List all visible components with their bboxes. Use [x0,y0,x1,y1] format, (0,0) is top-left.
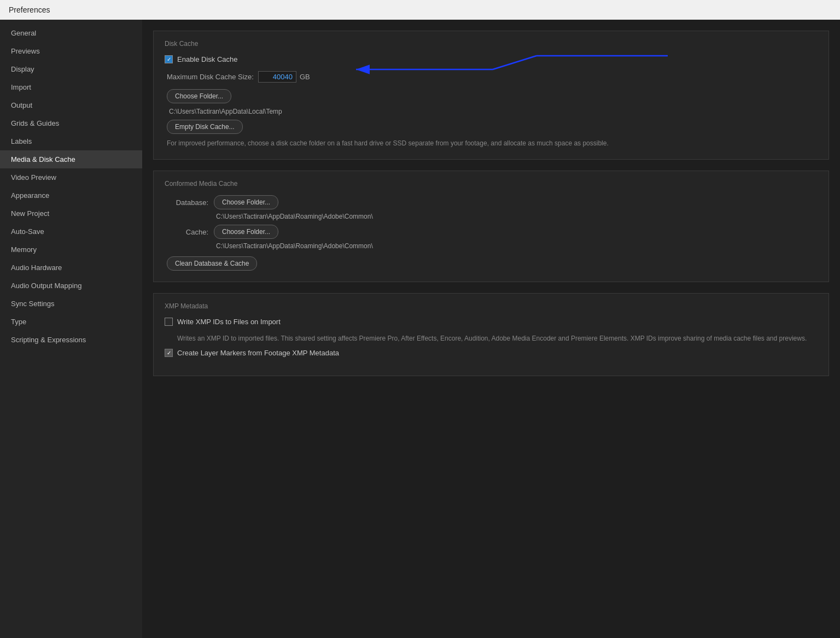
conformed-media-cache-section: Conformed Media Cache Database: Choose F… [153,171,829,282]
sidebar-item-grids-guides[interactable]: Grids & Guides [0,114,142,132]
main-layout: GeneralPreviewsDisplayImportOutputGrids … [0,20,840,638]
database-row: Database: Choose Folder... [165,195,818,209]
sidebar-item-audio-hardware[interactable]: Audio Hardware [0,259,142,277]
disk-cache-title: Disk Cache [165,40,818,48]
checkmark-gray-icon: ✓ [167,350,171,356]
db-folder-path: C:\Users\Tactiran\AppData\Roaming\Adobe\… [167,213,818,220]
sidebar-item-media-disk-cache[interactable]: Media & Disk Cache [0,150,142,168]
sidebar-item-scripting-expressions[interactable]: Scripting & Expressions [0,331,142,349]
sidebar-item-auto-save[interactable]: Auto-Save [0,223,142,241]
cache-folder-path: C:\Users\Tactiran\AppData\Roaming\Adobe\… [167,242,818,250]
sidebar-item-display[interactable]: Display [0,60,142,78]
sidebar-item-general[interactable]: General [0,24,142,42]
sidebar-item-type[interactable]: Type [0,313,142,331]
disk-cache-folder-path: C:\Users\Tactiran\AppData\Local\Temp [167,108,818,115]
sidebar-item-import[interactable]: Import [0,78,142,96]
choose-folder-button[interactable]: Choose Folder... [167,89,231,103]
empty-disk-cache-button[interactable]: Empty Disk Cache... [167,120,243,134]
preferences-title: Preferences [9,5,50,14]
sidebar: GeneralPreviewsDisplayImportOutputGrids … [0,20,142,638]
clean-database-cache-row: Clean Database & Cache [165,256,818,271]
write-xmp-label: Write XMP IDs to Files on Import [177,318,281,326]
sidebar-item-new-project[interactable]: New Project [0,204,142,223]
max-size-label: Maximum Disk Cache Size: [167,73,254,81]
max-size-row: Maximum Disk Cache Size: GB [165,71,818,83]
max-size-input[interactable] [258,71,296,83]
sidebar-item-previews[interactable]: Previews [0,42,142,60]
create-layer-markers-row: ✓ Create Layer Markers from Footage XMP … [165,349,818,357]
arrow-annotation [285,58,504,91]
clean-database-cache-button[interactable]: Clean Database & Cache [167,256,257,271]
empty-disk-cache-row: Empty Disk Cache... [165,120,818,134]
db-choose-folder-button[interactable]: Choose Folder... [214,195,278,209]
sidebar-item-memory[interactable]: Memory [0,241,142,259]
disk-cache-section: Disk Cache ✓ Enable Disk Cache Maximum D… [153,31,829,160]
enable-disk-cache-label: Enable Disk Cache [177,55,238,63]
sidebar-item-output[interactable]: Output [0,96,142,114]
database-label: Database: [165,198,208,207]
sidebar-item-sync-settings[interactable]: Sync Settings [0,295,142,313]
choose-folder-row: Choose Folder... [165,89,818,103]
size-unit: GB [300,73,310,81]
enable-disk-cache-checkbox[interactable]: ✓ [165,55,173,63]
create-layer-markers-checkbox-label[interactable]: ✓ Create Layer Markers from Footage XMP … [165,349,339,357]
sidebar-item-video-preview[interactable]: Video Preview [0,168,142,186]
cache-choose-folder-button[interactable]: Choose Folder... [214,225,278,239]
write-xmp-description: Writes an XMP ID to imported files. This… [165,333,818,343]
enable-disk-cache-row: ✓ Enable Disk Cache [165,55,818,63]
xmp-metadata-title: XMP Metadata [165,302,818,310]
cache-row: Cache: Choose Folder... [165,225,818,239]
title-bar: Preferences [0,0,840,20]
write-xmp-checkbox[interactable] [165,318,173,326]
checkmark-icon: ✓ [167,56,171,62]
xmp-metadata-section: XMP Metadata Write XMP IDs to Files on I… [153,293,829,376]
disk-cache-hint: For improved performance, choose a disk … [165,138,818,148]
sidebar-item-audio-output-mapping[interactable]: Audio Output Mapping [0,277,142,295]
enable-disk-cache-checkbox-label[interactable]: ✓ Enable Disk Cache [165,55,238,63]
content-area: Disk Cache ✓ Enable Disk Cache Maximum D… [142,20,840,638]
write-xmp-row: Write XMP IDs to Files on Import [165,318,818,326]
sidebar-item-appearance[interactable]: Appearance [0,186,142,204]
conformed-media-cache-title: Conformed Media Cache [165,180,818,188]
sidebar-item-labels[interactable]: Labels [0,132,142,150]
create-layer-markers-label: Create Layer Markers from Footage XMP Me… [177,349,339,357]
write-xmp-checkbox-label[interactable]: Write XMP IDs to Files on Import [165,318,281,326]
cache-label: Cache: [165,228,208,236]
create-layer-markers-checkbox[interactable]: ✓ [165,349,173,357]
